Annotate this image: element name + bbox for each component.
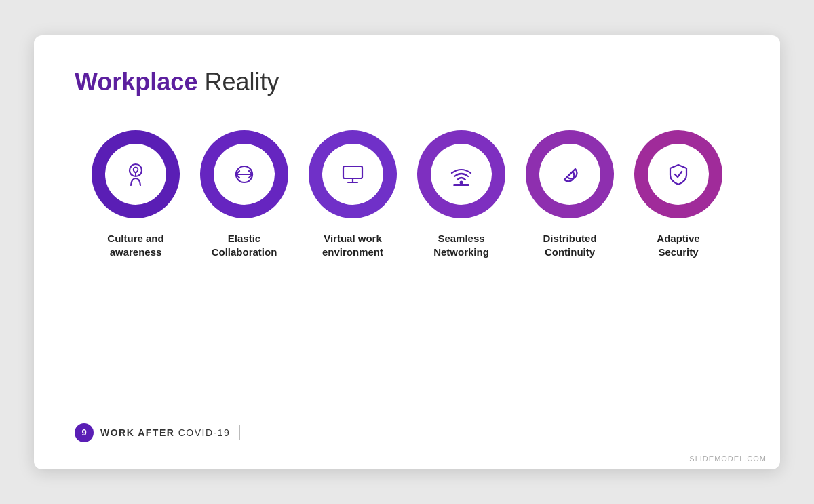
circle-outer-culture — [92, 130, 180, 218]
circle-inner-virtual — [322, 144, 383, 205]
svg-rect-4 — [343, 166, 362, 178]
watermark: SLIDEMODEL.COM — [689, 454, 767, 463]
circle-label-virtual: Virtual workenvironment — [322, 232, 383, 260]
circle-inner-seamless — [431, 144, 492, 205]
circle-item-distributed: DistributedContinuity — [516, 130, 624, 260]
footer: 9 WORK AFTER COVID-19 — [75, 415, 739, 442]
circle-label-seamless: SeamlessNetworking — [433, 232, 489, 260]
title-bold: Workplace — [75, 68, 197, 96]
slide: Workplace Reality Culture andawareness — [34, 35, 780, 469]
footer-text-regular: COVID-19 — [174, 427, 230, 438]
svg-point-7 — [460, 180, 463, 184]
circle-item-culture: Culture andawareness — [81, 130, 190, 260]
circle-item-virtual: Virtual workenvironment — [298, 130, 407, 260]
footer-text-bold: WORK AFTER — [100, 427, 174, 438]
wifi-icon — [446, 159, 476, 189]
arrows-icon — [229, 159, 259, 189]
circle-label-culture: Culture andawareness — [107, 232, 163, 260]
circle-inner-adaptive — [648, 144, 709, 205]
footer-badge: 9 — [75, 423, 94, 442]
circle-outer-distributed — [526, 130, 614, 218]
circles-row: Culture andawareness ElasticCollaboratio… — [75, 123, 739, 408]
head-icon — [121, 159, 151, 189]
circle-item-elastic: ElasticCollaboration — [190, 130, 298, 260]
page-title: Workplace Reality — [75, 68, 739, 96]
svg-rect-8 — [453, 184, 469, 186]
circle-label-distributed: DistributedContinuity — [543, 232, 596, 260]
footer-text: WORK AFTER COVID-19 — [100, 427, 230, 438]
circle-outer-adaptive — [634, 130, 722, 218]
circle-outer-seamless — [417, 130, 505, 218]
circle-label-adaptive: AdaptiveSecurity — [657, 232, 699, 260]
circle-inner-elastic — [214, 144, 275, 205]
shield-icon — [663, 159, 693, 189]
circle-inner-distributed — [539, 144, 600, 205]
circle-item-seamless: SeamlessNetworking — [407, 130, 516, 260]
monitor-icon — [338, 159, 368, 189]
circle-outer-elastic — [200, 130, 288, 218]
circle-label-elastic: ElasticCollaboration — [212, 232, 277, 260]
circle-inner-culture — [105, 144, 166, 205]
circle-item-adaptive: AdaptiveSecurity — [624, 130, 733, 260]
title-regular: Reality — [197, 68, 279, 96]
link-icon — [555, 159, 585, 189]
circle-outer-virtual — [309, 130, 397, 218]
footer-divider — [239, 425, 240, 440]
